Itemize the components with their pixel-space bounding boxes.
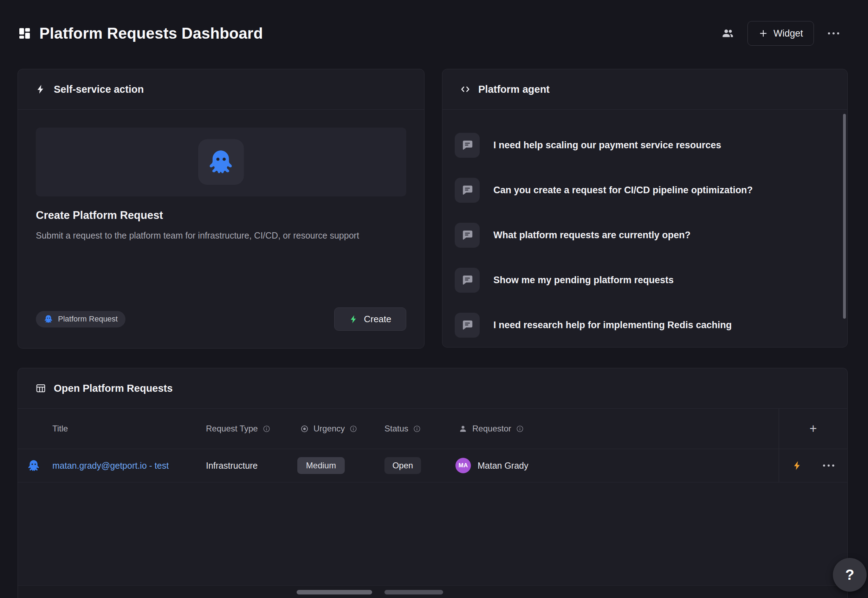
help-button-label: ? — [845, 567, 854, 583]
open-requests-card-header: Open Platform Requests — [18, 368, 847, 409]
agent-suggestion-text: What platform requests are currently ope… — [493, 230, 690, 241]
table-icon — [36, 383, 46, 393]
requestor-name: Matan Grady — [477, 460, 528, 471]
dashboard-logo-icon — [18, 26, 31, 40]
platform-agent-card-title: Platform agent — [478, 84, 549, 95]
cell-request-type: Infrastructure — [206, 449, 297, 482]
ellipsis-icon — [823, 465, 834, 466]
page-menu-button[interactable] — [824, 24, 843, 43]
chat-bubble-icon — [455, 178, 480, 203]
column-label: Requestor — [472, 424, 511, 434]
plus-icon — [758, 28, 768, 38]
agent-suggestion-text: I need help scaling our payment service … — [493, 140, 721, 151]
self-service-card: Self-service action Create Platform Requ… — [18, 69, 425, 348]
bolt-icon — [36, 84, 46, 94]
action-description: Submit a request to the platform team fo… — [36, 229, 384, 242]
open-requests-card: Open Platform Requests Title Request Typ… — [18, 368, 848, 598]
table-horizontal-scrollbar — [18, 585, 847, 598]
request-type-value: Infrastructure — [206, 460, 257, 471]
horizontal-scrollbar-thumb[interactable] — [296, 590, 372, 595]
column-header-actions: + — [779, 409, 847, 448]
column-label: Urgency — [313, 424, 345, 434]
column-label: Request Type — [206, 424, 258, 434]
column-header-requestor: Requestor — [455, 409, 779, 448]
page-header-actions: Widget — [718, 20, 843, 47]
cell-requestor: MA Matan Grady — [455, 449, 779, 482]
agent-suggestion[interactable]: Show me my pending platform requests — [443, 257, 847, 302]
info-icon[interactable] — [516, 425, 524, 433]
bolt-icon — [792, 460, 803, 471]
collaborators-button[interactable] — [718, 24, 738, 43]
page-title: Platform Requests Dashboard — [39, 25, 263, 42]
page-header: Platform Requests Dashboard Widget — [0, 0, 868, 69]
column-header-request-type: Request Type — [206, 409, 297, 448]
cell-actions — [779, 449, 847, 482]
run-action-button[interactable] — [790, 458, 805, 473]
add-column-button[interactable]: + — [809, 422, 817, 435]
create-button-label: Create — [364, 314, 391, 324]
info-icon[interactable] — [349, 425, 358, 433]
add-widget-button[interactable]: Widget — [747, 21, 814, 46]
cell-title: matan.grady@getport.io - test — [18, 449, 206, 482]
self-service-card-body: Create Platform Request Submit a request… — [18, 110, 424, 348]
radio-icon — [300, 425, 309, 433]
bolt-icon — [349, 314, 358, 324]
help-button[interactable]: ? — [833, 558, 867, 592]
blueprint-tag: Platform Request — [36, 311, 126, 327]
column-header-status: Status — [385, 409, 455, 448]
request-title-link[interactable]: matan.grady@getport.io - test — [52, 460, 169, 471]
self-service-card-header: Self-service action — [18, 69, 424, 110]
avatar: MA — [455, 458, 471, 473]
agent-suggestion[interactable]: I need research help for implementing Re… — [443, 302, 847, 347]
chat-bubble-icon — [455, 313, 480, 338]
row-menu-button[interactable] — [821, 462, 837, 469]
action-title: Create Platform Request — [36, 209, 406, 222]
urgency-badge: Medium — [297, 457, 345, 474]
open-requests-card-title: Open Platform Requests — [54, 383, 172, 394]
chat-bubble-icon — [455, 133, 480, 158]
platform-agent-card-header: Platform agent — [443, 69, 847, 110]
platform-requests-dashboard: Platform Requests Dashboard Widget Self-… — [0, 0, 868, 598]
blueprint-tag-label: Platform Request — [58, 314, 118, 324]
action-illustration-tile — [36, 127, 406, 196]
table-header-row: Title Request Type Urgency Status Reques… — [18, 409, 847, 449]
self-service-card-title: Self-service action — [54, 84, 144, 95]
column-header-urgency: Urgency — [297, 409, 385, 448]
agent-suggestion-text: I need research help for implementing Re… — [493, 320, 732, 330]
agent-suggestion[interactable]: What platform requests are currently ope… — [443, 212, 847, 257]
agent-suggestion-text: Show me my pending platform requests — [493, 275, 673, 286]
octopus-icon — [27, 459, 41, 472]
octopus-icon — [206, 147, 236, 177]
people-icon — [721, 27, 734, 40]
add-widget-button-label: Widget — [774, 28, 803, 39]
column-label: Status — [385, 424, 409, 434]
octopus-icon-tile — [198, 139, 244, 185]
table-row: matan.grady@getport.io - test Infrastruc… — [18, 449, 847, 482]
chat-bubble-icon — [455, 223, 480, 248]
platform-agent-card: Platform agent I need help scaling our p… — [442, 69, 848, 347]
self-service-card-footer: Platform Request Create — [36, 308, 406, 330]
create-button[interactable]: Create — [334, 308, 406, 330]
ellipsis-icon — [828, 32, 839, 34]
horizontal-scrollbar-thumb[interactable] — [385, 590, 443, 595]
column-header-title: Title — [18, 409, 206, 448]
column-label: Title — [52, 424, 68, 434]
cell-status: Open — [385, 449, 455, 482]
status-badge: Open — [385, 457, 421, 474]
person-icon — [458, 424, 468, 434]
agent-suggestion-text: Can you create a request for CI/CD pipel… — [493, 185, 753, 196]
code-icon — [460, 84, 471, 94]
vertical-scrollbar-thumb[interactable] — [843, 114, 846, 319]
agent-suggestion[interactable]: I need help scaling our payment service … — [443, 123, 847, 167]
octopus-icon — [43, 314, 54, 324]
agent-suggestion[interactable]: Can you create a request for CI/CD pipel… — [443, 167, 847, 212]
cell-urgency: Medium — [297, 449, 385, 482]
info-icon[interactable] — [262, 425, 271, 433]
agent-suggestion-list: I need help scaling our payment service … — [443, 110, 847, 347]
chat-bubble-icon — [455, 268, 480, 293]
page-header-left: Platform Requests Dashboard — [18, 20, 263, 47]
info-icon[interactable] — [413, 425, 421, 433]
